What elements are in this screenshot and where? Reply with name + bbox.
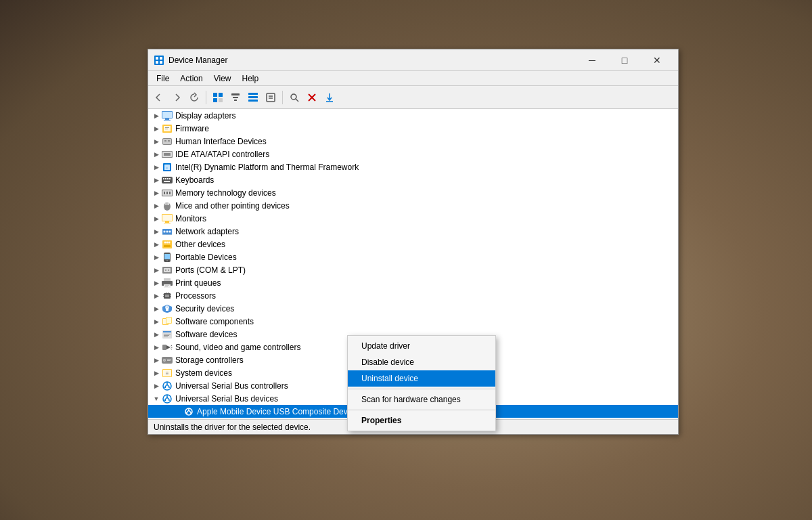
tree-item-print-queues[interactable]: ▶ Print queues: [148, 276, 678, 289]
svg-point-18: [291, 94, 296, 100]
label-apple-composite: Apple Mobile Device USB Composite Device: [197, 407, 358, 416]
svg-line-103: [171, 345, 173, 346]
icon-apple-composite: [183, 406, 194, 417]
svg-line-117: [167, 385, 169, 387]
expand-arrow-portable-devices: ▶: [151, 252, 162, 263]
svg-point-67: [166, 241, 168, 243]
menu-file[interactable]: File: [151, 72, 175, 85]
svg-line-19: [296, 99, 298, 102]
expand-arrow-display-adapters: ▶: [151, 110, 162, 121]
label-storage-controllers: Storage controllers: [175, 355, 244, 365]
expand-arrow-mice: ▶: [151, 200, 162, 211]
svg-line-123: [167, 397, 169, 399]
expand-arrow-ports: ▶: [151, 265, 162, 276]
ctx-uninstall-device[interactable]: Uninstall device: [348, 370, 495, 387]
label-display-adapters: Display adapters: [175, 111, 235, 121]
tree-item-ports[interactable]: ▶ Ports (COM & LPT): [148, 263, 678, 276]
label-mice: Mice and other pointing devices: [175, 201, 290, 211]
icon-memory-tech: [162, 188, 173, 198]
label-software-components: Software components: [175, 317, 254, 326]
label-human-interface: Human Interface Devices: [175, 137, 267, 146]
menu-help[interactable]: Help: [237, 72, 265, 85]
svg-rect-124: [164, 399, 166, 401]
label-ports: Ports (COM & LPT): [175, 265, 246, 275]
tree-item-security-devices[interactable]: ▶ Security devices: [148, 302, 678, 315]
tree-item-network-adapters[interactable]: ▶ Network adapters: [148, 225, 678, 238]
scan-button[interactable]: [286, 89, 302, 106]
tree-item-firmware[interactable]: ▶ Firmware: [148, 122, 678, 135]
tree-item-keyboards[interactable]: ▶ Keyboards: [148, 173, 678, 186]
svg-text:i: i: [166, 165, 167, 169]
svg-text:≡: ≡: [166, 370, 169, 376]
maximize-button[interactable]: □: [609, 49, 640, 71]
label-keyboards: Keyboards: [175, 175, 214, 185]
tree-item-software-components[interactable]: ▶ Software components: [148, 315, 678, 328]
svg-rect-98: [164, 334, 171, 334]
expand-arrow-network-adapters: ▶: [151, 226, 162, 237]
expand-arrow-other-devices: ▶: [151, 239, 162, 250]
icon-firmware: [162, 123, 173, 134]
svg-rect-88: [166, 292, 166, 293]
minimize-button[interactable]: ─: [577, 49, 608, 71]
svg-rect-99: [164, 335, 169, 336]
close-button[interactable]: ✕: [641, 49, 673, 71]
svg-rect-11: [234, 100, 237, 101]
svg-rect-95: [166, 318, 171, 323]
svg-point-108: [164, 360, 165, 361]
icon-ide-atapi: [162, 149, 173, 160]
expand-arrow-storage-controllers: ▶: [151, 355, 162, 366]
icon-processors: [162, 290, 173, 301]
svg-rect-3: [156, 61, 158, 64]
icon-other-devices: [162, 239, 173, 250]
label-security-devices: Security devices: [175, 304, 234, 313]
menu-action[interactable]: Action: [175, 72, 208, 85]
back-button[interactable]: [151, 89, 167, 106]
refresh-button[interactable]: [186, 89, 202, 106]
menu-view[interactable]: View: [208, 72, 237, 85]
ctx-properties[interactable]: Properties: [348, 412, 495, 429]
svg-rect-8: [219, 98, 223, 102]
ctx-scan-changes[interactable]: Scan for hardware changes: [348, 391, 495, 408]
ctx-disable-device[interactable]: Disable device: [348, 354, 495, 370]
icon-monitors: [162, 213, 173, 224]
tree-item-processors[interactable]: ▶ Processors: [148, 289, 678, 302]
tree-item-memory-tech[interactable]: ▶ Memory technology devices: [148, 186, 678, 199]
forward-button[interactable]: [168, 89, 185, 106]
tree-item-display-adapters[interactable]: ▶ Display adapters: [148, 109, 678, 122]
svg-rect-54: [167, 202, 169, 205]
label-sound-video: Sound, video and game controllers: [175, 343, 300, 352]
about-view-button[interactable]: [263, 89, 279, 106]
window-icon: [154, 55, 164, 66]
label-usb-devices: Universal Serial Bus devices: [175, 394, 278, 404]
ctx-update-driver[interactable]: Update driver: [348, 338, 495, 354]
computer-view-button[interactable]: [210, 89, 226, 106]
svg-rect-87: [171, 296, 171, 297]
resources-view-button[interactable]: [245, 89, 261, 106]
tree-item-human-interface[interactable]: ▶ Human Interface Devices: [148, 135, 678, 148]
tree-item-ide-atapi[interactable]: ▶ IDE ATA/ATAPI controllers: [148, 148, 678, 160]
svg-rect-37: [164, 153, 171, 156]
svg-rect-9: [231, 93, 240, 95]
download-button[interactable]: [321, 89, 338, 106]
tree-item-monitors[interactable]: ▶ Monitors: [148, 212, 678, 225]
svg-rect-53: [165, 202, 167, 205]
tree-item-intel-dynamic[interactable]: ▶ i Intel(R) Dynamic Platform and Therma…: [148, 160, 678, 173]
svg-rect-83: [165, 295, 169, 297]
icon-human-interface: [162, 136, 173, 147]
connection-view-button[interactable]: [227, 89, 244, 106]
label-usb-controllers: Universal Serial Bus controllers: [175, 381, 288, 391]
tree-item-mice[interactable]: ▶ Mice and other pointing devices: [148, 199, 678, 212]
title-bar: Device Manager ─ □ ✕: [148, 49, 678, 71]
svg-rect-25: [165, 118, 169, 120]
svg-line-129: [189, 410, 191, 412]
svg-point-66: [164, 241, 166, 243]
icon-system-devices: ≡: [162, 368, 173, 378]
tree-item-portable-devices[interactable]: ▶ Portable Devices: [148, 251, 678, 263]
tree-item-other-devices[interactable]: ▶ Other devices: [148, 238, 678, 251]
uninstall-button[interactable]: [304, 89, 320, 106]
svg-rect-26: [164, 120, 171, 121]
expand-arrow-software-components: ▶: [151, 316, 162, 327]
svg-rect-100: [164, 337, 168, 337]
svg-rect-109: [167, 359, 171, 360]
svg-point-63: [169, 230, 171, 232]
